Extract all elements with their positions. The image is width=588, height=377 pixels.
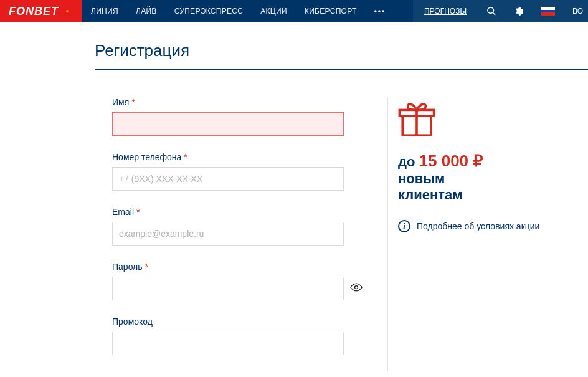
required-mark: * <box>145 262 148 272</box>
name-label-text: Имя <box>112 97 129 107</box>
promo-headline-3: клиентам <box>398 187 568 203</box>
nav-item-superexpress[interactable]: СУПЕРЭКСПРЕСС <box>166 7 252 16</box>
promo-amount: 15 000 ₽ <box>419 151 484 170</box>
name-label: Имя * <box>112 97 344 107</box>
email-label: Email * <box>112 207 344 217</box>
name-input[interactable] <box>112 112 344 136</box>
password-input[interactable] <box>112 277 344 300</box>
top-navbar: FONBET ЛИНИЯ ЛАЙВ СУПЕРЭКСПРЕСС АКЦИИ КИ… <box>0 0 588 22</box>
phone-input[interactable] <box>112 167 344 191</box>
promocode-input[interactable] <box>112 332 344 355</box>
language-flag-ru[interactable] <box>533 7 564 16</box>
gift-icon <box>398 101 435 138</box>
nav-item-esports[interactable]: КИБЕРСПОРТ <box>296 7 366 16</box>
page-title: Регистрация <box>95 41 588 70</box>
nav-more-icon[interactable]: ••• <box>366 7 395 16</box>
phone-label-text: Номер телефона <box>112 152 181 162</box>
email-label-text: Email <box>112 207 134 217</box>
nav-item-forecasts[interactable]: ПРОГНОЗЫ <box>413 7 478 16</box>
field-name: Имя * <box>112 97 344 136</box>
promocode-label: Промокод <box>112 317 344 327</box>
logo-dot-icon <box>66 10 69 12</box>
primary-nav: ЛИНИЯ ЛАЙВ СУПЕРЭКСПРЕСС АКЦИИ КИБЕРСПОР… <box>82 7 394 16</box>
flag-russia-icon <box>541 7 555 16</box>
nav-item-live[interactable]: ЛАЙВ <box>127 7 166 16</box>
svg-point-2 <box>355 286 358 289</box>
settings-gear-icon[interactable] <box>505 6 533 16</box>
promo-headline-1: до 15 000 ₽ <box>398 152 568 171</box>
navbar-right: ПРОГНОЗЫ ВО <box>413 0 588 22</box>
page-body: Регистрация Имя * Номер телефона * <box>0 22 588 377</box>
logo-text: FONBET <box>9 5 59 18</box>
search-icon[interactable] <box>478 6 505 16</box>
required-mark: * <box>184 152 187 162</box>
nav-item-line[interactable]: ЛИНИЯ <box>82 7 127 16</box>
show-password-eye-icon[interactable] <box>350 283 363 294</box>
promo-prefix: до <box>398 154 415 169</box>
field-password: Пароль * <box>112 262 344 300</box>
form-column: Имя * Номер телефона * Email * <box>95 97 344 371</box>
promo-headline-2: новым <box>398 171 568 187</box>
nav-item-promo[interactable]: АКЦИИ <box>252 7 296 16</box>
promo-details-link[interactable]: i Подробнее об условиях акции <box>398 220 568 232</box>
required-mark: * <box>136 207 140 217</box>
phone-label: Номер телефона * <box>112 152 344 162</box>
svg-line-1 <box>493 12 495 15</box>
logo[interactable]: FONBET <box>0 0 82 22</box>
field-phone: Номер телефона * <box>112 152 344 191</box>
info-icon: i <box>398 220 410 232</box>
field-promocode: Промокод <box>112 317 344 355</box>
field-email: Email * <box>112 207 344 246</box>
svg-point-0 <box>488 7 493 13</box>
promo-more-text: Подробнее об условиях акции <box>417 221 539 231</box>
email-input[interactable] <box>112 222 344 246</box>
password-label: Пароль * <box>112 262 344 272</box>
form-container: Имя * Номер телефона * Email * <box>95 97 588 371</box>
login-button[interactable]: ВО <box>564 7 588 16</box>
password-label-text: Пароль <box>112 262 143 272</box>
promo-sidebar: до 15 000 ₽ новым клиентам i Подробнее о… <box>387 97 568 371</box>
required-mark: * <box>131 97 135 107</box>
